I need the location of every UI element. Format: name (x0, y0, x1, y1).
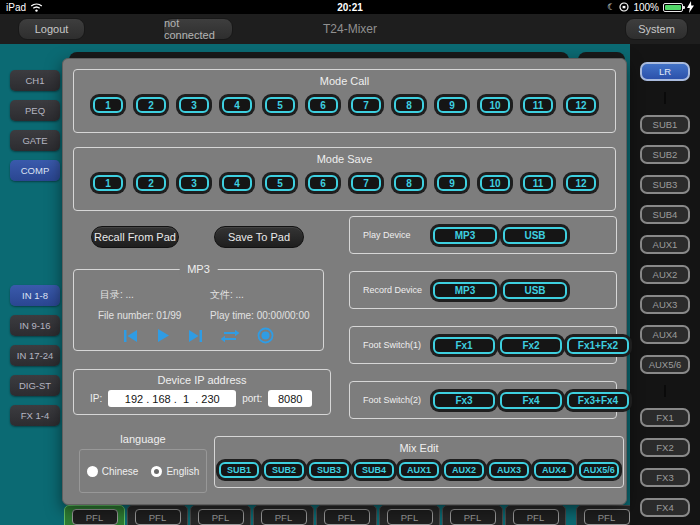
bank-button[interactable]: FX 1-4 (10, 405, 60, 426)
foot-switch-2-button[interactable]: Fx3 (433, 392, 495, 409)
bank-button[interactable]: IN 17-24 (10, 345, 60, 366)
radio-icon (151, 466, 162, 477)
mode-save-button[interactable]: 1 (93, 175, 123, 191)
mode-save-button[interactable]: 3 (179, 175, 209, 191)
wifi-icon (30, 2, 43, 12)
mode-save-button[interactable]: 12 (566, 175, 596, 191)
mix-edit-button[interactable]: SUB2 (264, 462, 304, 478)
mode-call-button[interactable]: 5 (265, 97, 295, 113)
channel-strip: PFL (127, 505, 188, 525)
bus-button[interactable]: AUX2 (640, 265, 690, 284)
bus-button[interactable]: SUB3 (640, 175, 690, 194)
bank-button[interactable]: IN 1-8 (10, 285, 60, 306)
mix-edit-button[interactable]: AUX2 (444, 462, 484, 478)
port-input[interactable] (268, 390, 312, 407)
mix-edit-button[interactable]: SUB4 (354, 462, 394, 478)
foot-switch-2-button[interactable]: Fx4 (500, 392, 562, 409)
mode-call-button[interactable]: 8 (394, 97, 424, 113)
foot-switch-1-button[interactable]: Fx1 (433, 337, 495, 354)
mode-save-button[interactable]: 2 (136, 175, 166, 191)
record-device-button[interactable]: USB (503, 282, 567, 299)
pfl-button[interactable]: PFL (261, 509, 307, 525)
next-track-icon[interactable] (187, 329, 203, 343)
pfl-button[interactable]: PFL (198, 509, 244, 525)
fx-button[interactable]: FX4 (640, 498, 690, 517)
bank-button[interactable]: DIG-ST (10, 375, 60, 396)
fx-button[interactable]: FX1 (640, 408, 690, 427)
bus-button[interactable]: SUB4 (640, 205, 690, 224)
play-device-button[interactable]: MP3 (433, 227, 497, 244)
bus-button[interactable]: SUB1 (640, 115, 690, 134)
system-button[interactable]: System (625, 18, 688, 40)
mode-call-button[interactable]: 3 (179, 97, 209, 113)
left-rail-button[interactable]: COMP (10, 160, 60, 181)
left-rail-button[interactable]: PEQ (10, 100, 60, 121)
left-rail-processing: CH1PEQGATECOMP (10, 70, 60, 190)
mode-call-button[interactable]: 11 (523, 97, 553, 113)
mode-save-button[interactable]: 5 (265, 175, 295, 191)
mode-save-button[interactable]: 9 (437, 175, 467, 191)
port-label: port: (242, 393, 262, 404)
connection-status-badge[interactable]: not connected (163, 18, 233, 40)
record-icon[interactable] (257, 327, 274, 344)
bus-button[interactable]: AUX4 (640, 325, 690, 344)
language-radio-option[interactable]: English (151, 466, 199, 477)
mode-save-button[interactable]: 4 (222, 175, 252, 191)
mp3-directory-label: 目录: ... (100, 288, 134, 302)
logout-button[interactable]: Logout (18, 18, 85, 40)
ip-address-input[interactable] (108, 390, 236, 407)
pfl-button[interactable]: PFL (584, 509, 630, 525)
mode-save-button[interactable]: 11 (523, 175, 553, 191)
pfl-button[interactable]: PFL (324, 509, 370, 525)
pfl-button[interactable]: PFL (450, 509, 496, 525)
mix-edit-button[interactable]: AUX5/6 (579, 462, 619, 478)
pfl-button[interactable]: PFL (72, 509, 118, 525)
language-radio-option[interactable]: Chinese (87, 466, 139, 477)
mix-edit-button[interactable]: AUX4 (534, 462, 574, 478)
orientation-lock-icon (619, 2, 629, 12)
mode-call-button[interactable]: 7 (351, 97, 381, 113)
left-rail-button[interactable]: GATE (10, 130, 60, 151)
recall-from-pad-button[interactable]: Recall From Pad (91, 226, 179, 248)
mode-save-button[interactable]: 7 (351, 175, 381, 191)
record-device-button[interactable]: MP3 (433, 282, 497, 299)
mix-edit-button[interactable]: SUB3 (309, 462, 349, 478)
mix-edit-button[interactable]: AUX3 (489, 462, 529, 478)
mix-edit-button[interactable]: SUB1 (219, 462, 259, 478)
bus-button-lr[interactable]: LR (640, 62, 690, 81)
mode-save-button[interactable]: 6 (308, 175, 338, 191)
mode-call-button[interactable]: 10 (480, 97, 510, 113)
bus-button[interactable]: AUX5/6 (640, 355, 690, 374)
play-device-button[interactable]: USB (503, 227, 567, 244)
foot-switch-1-button[interactable]: Fx1+Fx2 (567, 337, 629, 354)
pfl-button[interactable]: PFL (513, 509, 559, 525)
bus-button[interactable]: AUX3 (640, 295, 690, 314)
mode-call-button[interactable]: 12 (566, 97, 596, 113)
pfl-button[interactable]: PFL (387, 509, 433, 525)
mix-edit-button[interactable]: AUX1 (399, 462, 439, 478)
mode-save-button[interactable]: 10 (480, 175, 510, 191)
mode-save-button[interactable]: 8 (394, 175, 424, 191)
mode-call-button[interactable]: 4 (222, 97, 252, 113)
play-icon[interactable] (156, 328, 170, 343)
fx-button[interactable]: FX3 (640, 468, 690, 487)
mode-call-button[interactable]: 9 (437, 97, 467, 113)
save-to-pad-button[interactable]: Save To Pad (214, 226, 304, 248)
loop-icon[interactable] (220, 329, 240, 343)
mode-call-button[interactable]: 1 (93, 97, 123, 113)
previous-track-icon[interactable] (123, 329, 139, 343)
bus-button[interactable]: SUB2 (640, 145, 690, 164)
foot-switch-1-button[interactable]: Fx2 (500, 337, 562, 354)
mp3-player-group: MP3 目录: ... 文件: ... File number: 01/99 P… (73, 269, 324, 351)
fx-button[interactable]: FX2 (640, 438, 690, 457)
language-option-label: Chinese (102, 466, 139, 477)
main-area: CH1PEQGATECOMP IN 1-8IN 9-16IN 17-24DIG-… (0, 44, 700, 525)
foot-switch-2-button[interactable]: Fx3+Fx4 (567, 392, 629, 409)
mode-call-button[interactable]: 6 (308, 97, 338, 113)
pfl-button[interactable]: PFL (135, 509, 181, 525)
status-bar: iPad 20:21 ☾ 100% (0, 0, 700, 14)
bank-button[interactable]: IN 9-16 (10, 315, 60, 336)
bus-button[interactable]: AUX1 (640, 235, 690, 254)
mode-call-button[interactable]: 2 (136, 97, 166, 113)
left-rail-button[interactable]: CH1 (10, 70, 60, 91)
